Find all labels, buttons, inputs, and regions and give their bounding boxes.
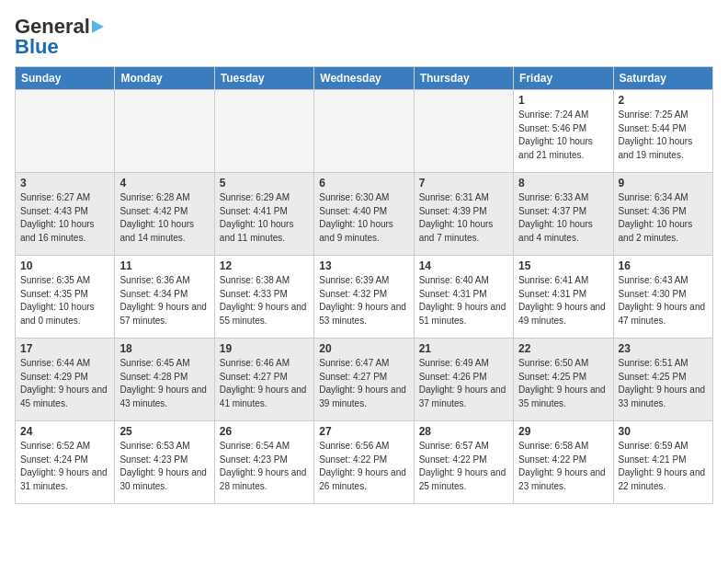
calendar-cell-4-6: 22Sunrise: 6:50 AMSunset: 4:25 PMDayligh… [514,339,613,421]
day-info: Sunrise: 6:57 AMSunset: 4:22 PMDaylight:… [419,440,508,493]
calendar-cell-5-6: 29Sunrise: 6:58 AMSunset: 4:22 PMDayligh… [514,421,613,504]
day-info: Sunrise: 6:27 AMSunset: 4:43 PMDaylight:… [20,191,109,245]
calendar-cell-5-1: 24Sunrise: 6:52 AMSunset: 4:24 PMDayligh… [16,421,115,504]
calendar-cell-1-4 [314,90,414,173]
calendar-cell-3-7: 16Sunrise: 6:43 AMSunset: 4:30 PMDayligh… [613,256,712,339]
calendar-cell-4-4: 20Sunrise: 6:47 AMSunset: 4:27 PMDayligh… [314,339,414,421]
page-header: General Blue [15,15,713,59]
calendar-cell-2-6: 8Sunrise: 6:33 AMSunset: 4:37 PMDaylight… [514,173,613,256]
day-number: 14 [419,259,508,272]
day-number: 24 [20,425,109,438]
calendar-cell-1-7: 2Sunrise: 7:25 AMSunset: 5:44 PMDaylight… [613,90,712,173]
day-info: Sunrise: 7:24 AMSunset: 5:46 PMDaylight:… [518,109,608,162]
day-info: Sunrise: 6:49 AMSunset: 4:26 PMDaylight:… [419,357,508,410]
week-row-1: 1Sunrise: 7:24 AMSunset: 5:46 PMDaylight… [16,90,713,173]
calendar-cell-5-5: 28Sunrise: 6:57 AMSunset: 4:22 PMDayligh… [414,421,513,504]
day-number: 15 [518,259,608,272]
week-row-2: 3Sunrise: 6:27 AMSunset: 4:43 PMDaylight… [16,173,713,256]
week-row-3: 10Sunrise: 6:35 AMSunset: 4:35 PMDayligh… [16,256,713,339]
day-info: Sunrise: 6:40 AMSunset: 4:31 PMDaylight:… [419,274,508,327]
day-info: Sunrise: 6:51 AMSunset: 4:25 PMDaylight:… [619,357,708,410]
day-info: Sunrise: 6:54 AMSunset: 4:23 PMDaylight:… [220,440,309,493]
day-number: 4 [119,177,209,190]
day-info: Sunrise: 6:58 AMSunset: 4:22 PMDaylight:… [518,440,608,493]
calendar-cell-2-7: 9Sunrise: 6:34 AMSunset: 4:36 PMDaylight… [613,173,712,256]
calendar-cell-2-4: 6Sunrise: 6:30 AMSunset: 4:40 PMDaylight… [314,173,414,256]
calendar-cell-4-1: 17Sunrise: 6:44 AMSunset: 4:29 PMDayligh… [16,339,115,421]
day-info: Sunrise: 6:52 AMSunset: 4:24 PMDaylight:… [20,440,109,493]
day-number: 5 [220,177,309,190]
calendar-header: SundayMondayTuesdayWednesdayThursdayFrid… [16,67,713,90]
calendar-cell-3-4: 13Sunrise: 6:39 AMSunset: 4:32 PMDayligh… [314,256,414,339]
day-number: 18 [119,342,209,355]
day-info: Sunrise: 6:35 AMSunset: 4:35 PMDaylight:… [20,274,109,327]
calendar-cell-4-7: 23Sunrise: 6:51 AMSunset: 4:25 PMDayligh… [613,339,712,421]
calendar-cell-2-5: 7Sunrise: 6:31 AMSunset: 4:39 PMDaylight… [414,173,513,256]
week-row-4: 17Sunrise: 6:44 AMSunset: 4:29 PMDayligh… [16,339,713,421]
day-number: 12 [220,259,309,272]
day-number: 6 [319,177,408,190]
day-info: Sunrise: 6:39 AMSunset: 4:32 PMDaylight:… [319,274,408,327]
day-info: Sunrise: 6:38 AMSunset: 4:33 PMDaylight:… [220,274,309,327]
logo-arrow-icon [92,20,104,33]
day-info: Sunrise: 6:45 AMSunset: 4:28 PMDaylight:… [119,357,209,410]
day-number: 1 [518,94,608,107]
col-header-wednesday: Wednesday [314,67,414,90]
logo: General Blue [15,15,106,59]
day-info: Sunrise: 6:47 AMSunset: 4:27 PMDaylight:… [319,357,408,410]
day-number: 2 [619,94,708,107]
day-number: 7 [419,177,508,190]
day-number: 22 [518,342,608,355]
calendar-cell-1-2 [115,90,214,173]
day-number: 21 [419,342,508,355]
day-info: Sunrise: 6:28 AMSunset: 4:42 PMDaylight:… [119,191,209,245]
calendar-cell-3-5: 14Sunrise: 6:40 AMSunset: 4:31 PMDayligh… [414,256,513,339]
day-info: Sunrise: 6:43 AMSunset: 4:30 PMDaylight:… [619,274,708,327]
day-info: Sunrise: 6:44 AMSunset: 4:29 PMDaylight:… [20,357,109,410]
day-number: 8 [518,177,608,190]
calendar-cell-2-1: 3Sunrise: 6:27 AMSunset: 4:43 PMDaylight… [16,173,115,256]
calendar-cell-1-6: 1Sunrise: 7:24 AMSunset: 5:46 PMDaylight… [514,90,613,173]
calendar-cell-3-1: 10Sunrise: 6:35 AMSunset: 4:35 PMDayligh… [16,256,115,339]
col-header-friday: Friday [514,67,613,90]
col-header-tuesday: Tuesday [214,67,313,90]
calendar-cell-4-5: 21Sunrise: 6:49 AMSunset: 4:26 PMDayligh… [414,339,513,421]
day-info: Sunrise: 6:31 AMSunset: 4:39 PMDaylight:… [419,191,508,245]
calendar-cell-5-4: 27Sunrise: 6:56 AMSunset: 4:22 PMDayligh… [314,421,414,504]
day-number: 19 [220,342,309,355]
day-number: 30 [619,425,708,438]
calendar-cell-4-2: 18Sunrise: 6:45 AMSunset: 4:28 PMDayligh… [115,339,214,421]
day-number: 29 [518,425,608,438]
day-number: 25 [119,425,209,438]
day-info: Sunrise: 6:29 AMSunset: 4:41 PMDaylight:… [220,191,309,245]
day-number: 11 [119,259,209,272]
week-row-5: 24Sunrise: 6:52 AMSunset: 4:24 PMDayligh… [16,421,713,504]
col-header-thursday: Thursday [414,67,513,90]
day-number: 3 [20,177,109,190]
col-header-monday: Monday [115,67,214,90]
day-info: Sunrise: 6:50 AMSunset: 4:25 PMDaylight:… [518,357,608,410]
calendar-cell-1-5 [414,90,513,173]
day-number: 23 [619,342,708,355]
calendar-cell-3-2: 11Sunrise: 6:36 AMSunset: 4:34 PMDayligh… [115,256,214,339]
calendar-cell-3-3: 12Sunrise: 6:38 AMSunset: 4:33 PMDayligh… [214,256,313,339]
day-info: Sunrise: 6:46 AMSunset: 4:27 PMDaylight:… [220,357,309,410]
logo-blue: Blue [15,35,59,59]
day-info: Sunrise: 6:34 AMSunset: 4:36 PMDaylight:… [619,191,708,245]
day-info: Sunrise: 6:33 AMSunset: 4:37 PMDaylight:… [518,191,608,245]
day-info: Sunrise: 6:56 AMSunset: 4:22 PMDaylight:… [319,440,408,493]
header-row: SundayMondayTuesdayWednesdayThursdayFrid… [16,67,713,90]
day-info: Sunrise: 6:53 AMSunset: 4:23 PMDaylight:… [119,440,209,493]
calendar-cell-1-1 [16,90,115,173]
calendar-cell-4-3: 19Sunrise: 6:46 AMSunset: 4:27 PMDayligh… [214,339,313,421]
day-number: 26 [220,425,309,438]
day-number: 28 [419,425,508,438]
day-info: Sunrise: 6:30 AMSunset: 4:40 PMDaylight:… [319,191,408,245]
day-info: Sunrise: 7:25 AMSunset: 5:44 PMDaylight:… [619,109,708,162]
day-number: 27 [319,425,408,438]
calendar-cell-5-3: 26Sunrise: 6:54 AMSunset: 4:23 PMDayligh… [214,421,313,504]
calendar-cell-2-2: 4Sunrise: 6:28 AMSunset: 4:42 PMDaylight… [115,173,214,256]
day-number: 9 [619,177,708,190]
day-info: Sunrise: 6:59 AMSunset: 4:21 PMDaylight:… [619,440,708,493]
day-info: Sunrise: 6:41 AMSunset: 4:31 PMDaylight:… [518,274,608,327]
